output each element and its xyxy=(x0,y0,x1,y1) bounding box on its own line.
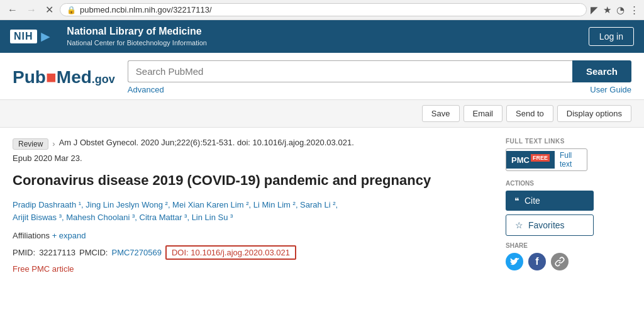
authors-line2: Arijit Biswas ³, Mahesh Choolani ³, Citr… xyxy=(13,211,493,225)
display-options-button[interactable]: Display options xyxy=(557,105,631,122)
article-area: Review › Am J Obstet Gynecol. 2020 Jun;2… xyxy=(13,138,493,274)
address-url[interactable]: 🔒 pubmed.ncbi.nlm.nih.gov/32217113/ xyxy=(60,3,587,16)
affiliations: Affiliations + expand xyxy=(13,231,493,240)
lock-icon: 🔒 xyxy=(67,6,76,14)
pmid-value: 32217113 xyxy=(39,248,75,257)
forward-button[interactable]: → xyxy=(24,4,39,16)
twitter-share-button[interactable] xyxy=(506,253,523,270)
login-button[interactable]: Log in xyxy=(589,27,634,46)
nih-logo: NIH ► xyxy=(10,28,53,45)
pmc-label: PMCFREE xyxy=(506,151,555,169)
review-badge: Review xyxy=(13,138,48,150)
expand-link[interactable]: + expand xyxy=(52,231,86,240)
journal-citation: Am J Obstet Gynecol. 2020 Jun;222(6):521… xyxy=(59,138,354,147)
save-button[interactable]: Save xyxy=(422,105,460,122)
authors: Pradip Dashraath ¹, Jing Lin Jeslyn Wong… xyxy=(13,199,493,225)
quote-icon: ❝ xyxy=(514,196,519,206)
pub-text: Pub xyxy=(13,67,46,87)
favorites-button[interactable]: ☆ Favorites xyxy=(506,214,594,236)
org-sub: National Center for Biotechnology Inform… xyxy=(67,38,207,47)
pubmed-header: Pub■Med.gov Search Advanced User Guide xyxy=(0,53,644,100)
main-content: Review › Am J Obstet Gynecol. 2020 Jun;2… xyxy=(0,128,644,284)
email-button[interactable]: Email xyxy=(464,105,503,122)
logo-dot: ■ xyxy=(46,67,57,87)
nih-chevron-icon: ► xyxy=(38,28,53,45)
ids-row: PMID: 32217113 PMCID: PMC7270569 DOI: 10… xyxy=(13,245,493,260)
med-text: Med xyxy=(57,67,92,87)
favorites-label: Favorites xyxy=(528,220,565,230)
advanced-link[interactable]: Advanced xyxy=(128,85,164,94)
pmc-free-badge: FREE xyxy=(531,154,550,162)
breadcrumb: Review › Am J Obstet Gynecol. 2020 Jun;2… xyxy=(13,138,493,150)
pubmed-logo: Pub■Med.gov xyxy=(13,69,115,86)
actions-label: ACTIONS xyxy=(506,180,631,187)
cite-button[interactable]: ❝ Cite xyxy=(506,191,594,211)
pmc-fulltext-button[interactable]: PMCFREE Full text xyxy=(506,148,587,171)
full-text-label: FULL TEXT LINKS xyxy=(506,138,631,145)
top-nav-bar: NIH ► National Library of Medicine Natio… xyxy=(0,20,644,53)
account-icon[interactable]: ◔ xyxy=(616,4,625,16)
menu-icon[interactable]: ⋮ xyxy=(630,4,639,16)
share-icons: f xyxy=(506,253,631,270)
send-to-button[interactable]: Send to xyxy=(506,105,553,122)
pmcid-link[interactable]: PMC7270569 xyxy=(111,248,162,257)
cast-icon[interactable]: ◤ xyxy=(591,4,598,16)
org-name: National Library of Medicine xyxy=(67,25,207,38)
star-action-icon: ☆ xyxy=(515,220,523,230)
share-label: SHARE xyxy=(506,242,631,249)
breadcrumb-sep: › xyxy=(52,139,55,148)
authors-line1: Pradip Dashraath ¹, Jing Lin Jeslyn Wong… xyxy=(13,199,493,212)
doi-value: 10.1016/j.ajog.2020.03.021 xyxy=(191,248,290,257)
toolbar: Save Email Send to Display options xyxy=(0,100,644,128)
doi-label: DOI: xyxy=(172,248,189,257)
reload-button[interactable]: ✕ xyxy=(43,4,56,16)
facebook-icon: f xyxy=(535,256,538,267)
affiliations-label: Affiliations xyxy=(13,231,50,240)
nih-text: National Library of Medicine National Ce… xyxy=(67,25,207,47)
nih-box: NIH xyxy=(10,30,37,43)
search-area: Search Advanced User Guide xyxy=(128,60,631,94)
gov-text: .gov xyxy=(92,73,115,86)
pmc-text: PMC xyxy=(511,155,530,165)
url-text: pubmed.ncbi.nlm.nih.gov/32217113/ xyxy=(80,5,212,14)
star-icon[interactable]: ★ xyxy=(603,4,611,16)
pmc-fulltext-text: Full text xyxy=(555,151,587,169)
sidebar: FULL TEXT LINKS PMCFREE Full text ACTION… xyxy=(506,138,631,274)
doi-box: DOI: 10.1016/j.ajog.2020.03.021 xyxy=(165,245,296,260)
search-button[interactable]: Search xyxy=(572,60,631,82)
epub-line: Epub 2020 Mar 23. xyxy=(13,153,493,163)
article-title: Coronavirus disease 2019 (COVID-19) pand… xyxy=(13,172,493,190)
user-guide-link[interactable]: User Guide xyxy=(590,85,631,94)
cite-label: Cite xyxy=(525,196,540,206)
pmid-label: PMID: xyxy=(13,248,35,257)
search-input[interactable] xyxy=(128,60,572,82)
facebook-share-button[interactable]: f xyxy=(528,253,546,270)
free-pmc-link[interactable]: Free PMC article xyxy=(13,264,74,274)
link-share-button[interactable] xyxy=(551,253,569,270)
pmcid-label: PMCID: xyxy=(79,248,108,257)
back-button[interactable]: ← xyxy=(5,4,20,16)
